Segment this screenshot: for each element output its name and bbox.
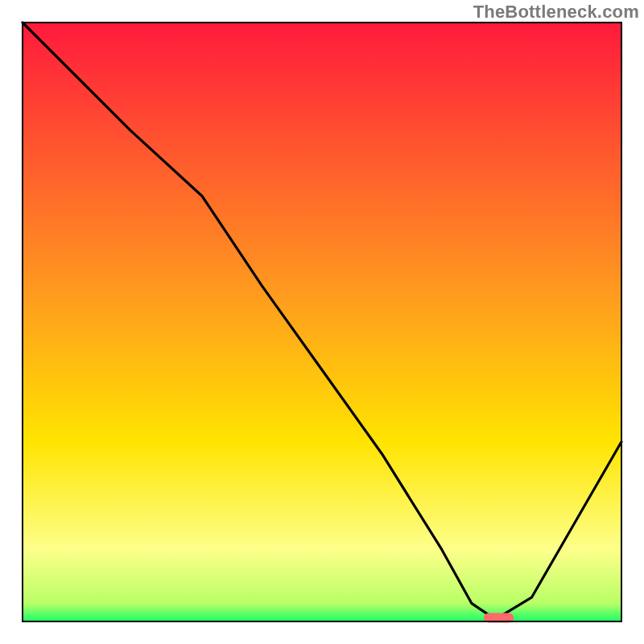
svg-rect-1 xyxy=(23,23,621,621)
watermark-label: TheBottleneck.com xyxy=(473,2,639,23)
bottleneck-chart: TheBottleneck.com xyxy=(0,0,644,644)
chart-frame xyxy=(0,0,644,644)
